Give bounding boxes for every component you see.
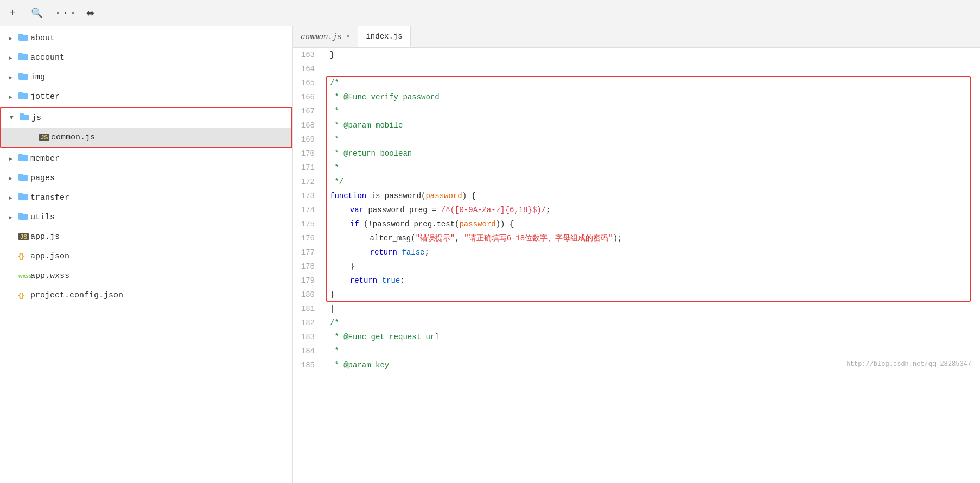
code-line-167: 167 * <box>293 104 980 118</box>
tree-arrow-transfer: ▶ <box>9 194 18 201</box>
code-line-182: 182/* <box>293 316 980 330</box>
line-code-168[interactable]: * @param mobile <box>326 118 980 132</box>
line-code-169[interactable]: * <box>326 132 980 147</box>
toolbar: + 🔍 ··· ⬌ <box>0 0 980 26</box>
code-editor[interactable]: 163}164 165/*166 * @Func verify password… <box>293 48 980 483</box>
code-line-181: 181| <box>293 302 980 316</box>
line-code-167[interactable]: * <box>326 104 980 118</box>
file-tree: ▶about▶account▶img▶jotter▼jsJScommon.js▶… <box>0 26 293 483</box>
sidebar-item-img[interactable]: ▶img <box>0 67 292 87</box>
tree-arrow-about: ▶ <box>9 35 18 42</box>
code-line-169: 169 * <box>293 132 980 147</box>
tree-arrow-img: ▶ <box>9 74 18 81</box>
sidebar-item-js[interactable]: ▼js <box>1 108 291 128</box>
line-number-166: 166 <box>293 90 326 104</box>
add-button[interactable]: + <box>7 5 19 21</box>
tab-label-index.js: index.js <box>366 32 402 41</box>
sidebar-label-app.js: app.js <box>30 232 60 242</box>
line-code-180[interactable]: } <box>326 288 980 302</box>
line-code-163[interactable]: } <box>326 48 980 62</box>
sidebar-item-app.js[interactable]: JSapp.js <box>0 227 292 246</box>
line-number-181: 181 <box>293 302 326 316</box>
code-line-165: 165/* <box>293 76 980 90</box>
line-number-172: 172 <box>293 175 326 189</box>
sidebar-item-transfer[interactable]: ▶transfer <box>0 188 292 207</box>
sidebar-item-about[interactable]: ▶about <box>0 28 292 48</box>
layout-button[interactable]: ⬌ <box>86 7 94 19</box>
sidebar-item-utils[interactable]: ▶utils <box>0 207 292 227</box>
folder-icon-pages <box>18 173 30 184</box>
line-code-165[interactable]: /* <box>326 76 980 90</box>
folder-icon-utils <box>18 212 30 223</box>
sidebar-item-pages[interactable]: ▶pages <box>0 168 292 188</box>
code-line-178: 178 } <box>293 259 980 274</box>
code-line-166: 166 * @Func verify password <box>293 90 980 104</box>
svg-rect-15 <box>18 193 23 195</box>
tab-common.js[interactable]: common.js× <box>293 26 358 47</box>
sidebar-item-common.js[interactable]: JScommon.js <box>1 128 291 147</box>
line-number-169: 169 <box>293 132 326 147</box>
folder-icon-member <box>18 153 30 164</box>
line-code-183[interactable]: * @Func get request url <box>326 330 980 344</box>
line-code-174[interactable]: var password_preg = /^([0-9A-Za-z]{6,18}… <box>326 203 980 217</box>
svg-rect-7 <box>18 92 23 94</box>
line-number-163: 163 <box>293 48 326 62</box>
line-code-177[interactable]: return false; <box>326 245 980 259</box>
tree-arrow-utils: ▶ <box>9 214 18 221</box>
tab-close-common.js[interactable]: × <box>346 33 351 41</box>
svg-rect-3 <box>18 53 23 55</box>
code-line-183: 183 * @Func get request url <box>293 330 980 344</box>
editor-area: common.js×index.js 163}164 165/*166 * @F… <box>293 26 980 483</box>
line-number-185: 185 <box>293 358 326 372</box>
sidebar-label-account: account <box>30 53 65 62</box>
line-number-184: 184 <box>293 344 326 358</box>
line-number-175: 175 <box>293 217 326 231</box>
line-code-182[interactable]: /* <box>326 316 980 330</box>
line-code-164[interactable] <box>326 62 980 76</box>
sidebar-label-utils: utils <box>30 213 55 222</box>
line-number-170: 170 <box>293 147 326 161</box>
sidebar-label-transfer: transfer <box>30 193 69 202</box>
line-code-166[interactable]: * @Func verify password <box>326 90 980 104</box>
line-code-176[interactable]: alter_msg("错误提示", "请正确填写6-18位数字、字母组成的密码"… <box>326 231 980 245</box>
folder-icon-about <box>18 33 30 44</box>
sidebar-label-member: member <box>30 154 60 163</box>
sidebar-item-app.json[interactable]: {}app.json <box>0 246 292 266</box>
folder-icon-account <box>18 52 30 63</box>
svg-rect-13 <box>18 174 23 176</box>
line-number-178: 178 <box>293 259 326 274</box>
search-button[interactable]: 🔍 <box>28 5 46 21</box>
line-code-171[interactable]: * <box>326 161 980 175</box>
code-line-163: 163} <box>293 48 980 62</box>
wxss-icon-app.wxss: wxss <box>18 271 30 281</box>
sidebar-item-app.wxss[interactable]: wxssapp.wxss <box>0 266 292 285</box>
js-icon-app.js: JS <box>18 232 30 242</box>
line-number-174: 174 <box>293 203 326 217</box>
line-code-173[interactable]: function is_password(password) { <box>326 189 980 203</box>
sidebar-item-member[interactable]: ▶member <box>0 149 292 168</box>
sidebar-label-app.json: app.json <box>30 252 69 261</box>
line-code-181[interactable]: | <box>326 302 980 316</box>
line-number-171: 171 <box>293 161 326 175</box>
sidebar-item-jotter[interactable]: ▶jotter <box>0 87 292 106</box>
code-line-180: 180} <box>293 288 980 302</box>
code-line-179: 179 return true; <box>293 274 980 288</box>
tree-arrow-account: ▶ <box>9 54 18 61</box>
tabs-bar: common.js×index.js <box>293 26 980 48</box>
line-code-172[interactable]: */ <box>326 175 980 189</box>
folder-icon-jotter <box>18 91 30 103</box>
code-line-173: 173function is_password(password) { <box>293 189 980 203</box>
tab-index.js[interactable]: index.js <box>358 26 410 47</box>
tab-label-common.js: common.js <box>301 33 342 41</box>
tree-arrow-jotter: ▶ <box>9 93 18 100</box>
more-options[interactable]: ··· <box>55 7 78 19</box>
sidebar-label-jotter: jotter <box>30 92 60 101</box>
line-code-178[interactable]: } <box>326 259 980 274</box>
sidebar-item-project.config.json[interactable]: {}project.config.json <box>0 285 292 305</box>
code-line-171: 171 * <box>293 161 980 175</box>
line-code-179[interactable]: return true; <box>326 274 980 288</box>
sidebar-item-account[interactable]: ▶account <box>0 48 292 67</box>
line-code-175[interactable]: if (!password_preg.test(password)) { <box>326 217 980 231</box>
line-code-170[interactable]: * @return boolean <box>326 147 980 161</box>
line-code-184[interactable]: * <box>326 344 980 358</box>
